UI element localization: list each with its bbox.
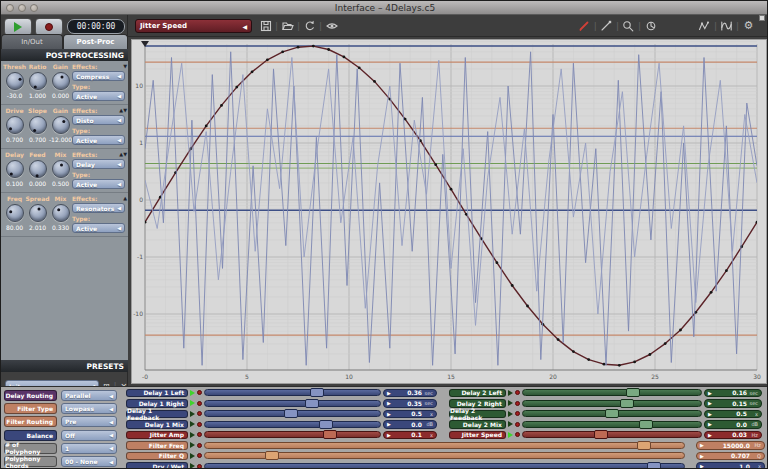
group-collapse-arrows[interactable]: ▲▼: [119, 107, 127, 113]
param-value-box[interactable]: ▶ 0.36 sec: [383, 389, 437, 398]
knob-thresh[interactable]: [6, 72, 24, 90]
routing-label-button[interactable]: Filter Routing: [4, 416, 57, 427]
record-indicator[interactable]: [197, 464, 202, 469]
slider-handle[interactable]: [605, 409, 619, 418]
param-value-box[interactable]: ▶ 0.16 sec: [704, 389, 762, 398]
routing-label-button[interactable]: Filter Type: [4, 403, 57, 414]
param-slider[interactable]: [522, 421, 702, 428]
effect-type-dropdown[interactable]: Active◀: [72, 135, 125, 145]
record-indicator[interactable]: [197, 401, 202, 406]
slider-handle[interactable]: [319, 420, 333, 429]
record-indicator[interactable]: [515, 422, 520, 427]
play-indicator[interactable]: [190, 400, 195, 406]
knob-ratio[interactable]: [29, 72, 47, 90]
curve-point[interactable]: [220, 104, 223, 107]
curve-point[interactable]: [343, 56, 346, 59]
param-label-button[interactable]: Filter Freq: [126, 441, 188, 450]
curve-point[interactable]: [496, 261, 499, 264]
param-value-box[interactable]: ▶ 0.1 x: [383, 431, 437, 440]
curve-point[interactable]: [373, 80, 376, 83]
eye-icon[interactable]: [325, 19, 338, 32]
play-indicator[interactable]: [190, 421, 195, 427]
curve-point[interactable]: [450, 188, 453, 191]
routing-dropdown[interactable]: Pre◀: [61, 416, 117, 427]
settings-gear-icon[interactable]: ⚙: [742, 19, 755, 32]
record-indicator[interactable]: [197, 453, 202, 458]
slider-handle[interactable]: [265, 451, 279, 460]
play-indicator[interactable]: [190, 442, 195, 448]
routing-dropdown[interactable]: Lowpass◀: [61, 403, 117, 414]
curve-point[interactable]: [587, 358, 590, 361]
knob-gain[interactable]: [52, 72, 70, 90]
param-slider[interactable]: [522, 431, 702, 438]
save-icon[interactable]: [259, 19, 272, 32]
knob-mix[interactable]: [52, 160, 70, 178]
param-slider[interactable]: [204, 431, 381, 438]
play-indicator[interactable]: [190, 432, 195, 438]
slider-handle[interactable]: [323, 430, 337, 439]
parameter-selector-dropdown[interactable]: Jitter Speed ◀: [135, 19, 252, 33]
curve-point[interactable]: [327, 48, 330, 51]
param-label-button[interactable]: Delay 1 Feedback: [126, 410, 188, 419]
effect-dropdown[interactable]: Resonators◀: [72, 203, 125, 213]
param-slider[interactable]: [204, 452, 685, 459]
parameter-plot[interactable]: -0510152025301010-1-10: [131, 39, 767, 384]
curve-point[interactable]: [312, 45, 315, 48]
slider-handle[interactable]: [647, 462, 661, 469]
curve-point[interactable]: [205, 125, 208, 128]
play-indicator[interactable]: [508, 421, 513, 427]
knob-freq[interactable]: [6, 204, 24, 222]
curve-point[interactable]: [618, 364, 621, 367]
curve-point[interactable]: [557, 338, 560, 341]
param-value-box[interactable]: ▶ 0.0 dB: [383, 420, 437, 429]
play-indicator[interactable]: [190, 390, 195, 396]
effect-dropdown[interactable]: Compress◀: [72, 71, 125, 81]
curve-point[interactable]: [664, 342, 667, 345]
param-label-button[interactable]: Dry / Wet: [126, 462, 188, 469]
play-indicator[interactable]: [190, 453, 195, 459]
knob-gain[interactable]: [52, 116, 70, 134]
record-indicator[interactable]: [197, 390, 202, 395]
param-value-box[interactable]: ▶ 0.5 x: [704, 410, 762, 419]
effect-type-dropdown[interactable]: Active◀: [72, 179, 125, 189]
curve-point[interactable]: [266, 58, 269, 61]
record-indicator[interactable]: [515, 390, 520, 395]
knob-delay[interactable]: [6, 160, 24, 178]
param-slider[interactable]: [522, 410, 702, 417]
tab-in-out[interactable]: In/Out: [1, 34, 63, 49]
record-indicator[interactable]: [515, 401, 520, 406]
effect-dropdown[interactable]: Disto◀: [72, 115, 125, 125]
curve-point[interactable]: [756, 221, 759, 224]
effect-type-dropdown[interactable]: Active◀: [72, 91, 125, 101]
param-value-box[interactable]: ▶ 0.35 sec: [383, 399, 437, 408]
play-indicator[interactable]: [190, 463, 195, 469]
slider-handle[interactable]: [620, 399, 634, 408]
slider-handle[interactable]: [639, 420, 653, 429]
curve-point[interactable]: [725, 269, 728, 272]
param-value-box[interactable]: ▶ 0.5 x: [383, 410, 437, 419]
routing-label-button[interactable]: Delay Routing: [4, 390, 57, 401]
curve-point[interactable]: [297, 46, 300, 49]
play-indicator[interactable]: [190, 411, 195, 417]
curve-point[interactable]: [251, 70, 254, 73]
effect-type-dropdown[interactable]: Active◀: [72, 223, 125, 233]
slider-handle[interactable]: [637, 441, 651, 450]
knob-spread[interactable]: [29, 204, 47, 222]
points-mode-icon[interactable]: [698, 19, 711, 32]
param-value-box[interactable]: ▶ 0.15 sec: [704, 399, 762, 408]
routing-label-button[interactable]: # of Polyphony: [4, 443, 57, 454]
record-indicator[interactable]: [197, 411, 202, 416]
play-indicator[interactable]: [508, 390, 513, 396]
param-label-button[interactable]: Delay 2 Left: [449, 389, 506, 398]
param-slider[interactable]: [204, 410, 381, 417]
param-label-button[interactable]: Delay 1 Mix: [126, 420, 188, 429]
param-slider[interactable]: [522, 400, 702, 407]
undo-icon[interactable]: [303, 19, 316, 32]
curve-mode-icon[interactable]: [720, 19, 733, 32]
curve-point[interactable]: [603, 363, 606, 366]
param-value-box[interactable]: ▶ 0.03 Hz: [704, 431, 762, 440]
group-collapse-arrows[interactable]: ▲: [123, 195, 127, 201]
curve-point[interactable]: [235, 86, 238, 89]
record-indicator[interactable]: [197, 422, 202, 427]
curve-point[interactable]: [572, 350, 575, 353]
